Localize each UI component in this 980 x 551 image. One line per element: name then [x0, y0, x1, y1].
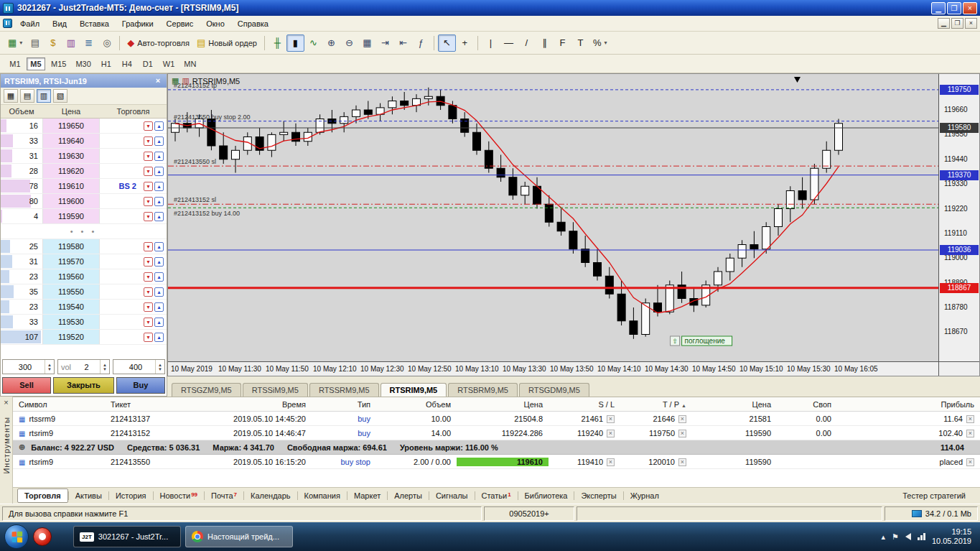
sell-at-price-button[interactable]: ▾ [144, 121, 153, 131]
taskbar-clock[interactable]: 19:15 10.05.2019 [932, 527, 976, 546]
close-position-button[interactable]: Закрыть [53, 377, 114, 394]
buy-at-price-button[interactable]: ▴ [154, 287, 164, 297]
trade-column-header[interactable]: S / L [549, 400, 620, 409]
dom-column-header[interactable]: Цена [42, 107, 100, 116]
chart-shift-button[interactable]: ⇤ [394, 34, 412, 52]
timeframe-h4[interactable]: H4 [118, 57, 136, 70]
trade-column-header[interactable]: Цена [457, 400, 549, 409]
volume-input[interactable]: vol 2 ▲▼ [57, 359, 110, 374]
dom-row[interactable]: 4119590▾▴ [1, 209, 167, 224]
new-chart-button[interactable]: ▦▾ [4, 34, 26, 52]
timeframe-m30[interactable]: M30 [72, 57, 94, 70]
position-row[interactable]: ▦rtssrm92124131372019.05.10 14:45:20buy1… [13, 412, 980, 426]
trade-column-header[interactable]: T / P▲ [620, 400, 692, 409]
bars-chart-button[interactable]: ╫ [269, 34, 286, 52]
buy-at-price-button[interactable]: ▴ [154, 167, 164, 176]
buy-at-price-button[interactable]: ▴ [154, 333, 164, 342]
trade-column-header[interactable]: Тип [312, 400, 376, 409]
zoom-out-button[interactable]: ⊖ [340, 34, 358, 52]
menu-item[interactable]: Файл [14, 17, 46, 30]
toolbox-tab-14[interactable]: Журнал [624, 489, 666, 502]
toolbox-tab-9[interactable]: Алерты [388, 489, 429, 502]
sell-at-price-button[interactable]: ▾ [144, 182, 153, 191]
remove-icon[interactable]: × [607, 430, 615, 437]
buy-at-price-button[interactable]: ▴ [154, 318, 164, 327]
dom-price-cell[interactable]: 119650 [42, 119, 100, 133]
candles-chart-button[interactable]: ▮ [286, 34, 304, 52]
order-row[interactable]: ▦rtsrim92124135502019.05.10 16:15:20buy … [13, 455, 980, 469]
toolbox-tab-5[interactable]: Почта7 [205, 489, 243, 502]
sell-at-price-button[interactable]: ▾ [144, 152, 153, 161]
menu-item[interactable]: Графики [116, 17, 160, 30]
candlestick-chart[interactable]: #212413152 tp#212413550 buy stop 2.00#21… [168, 74, 938, 361]
dom-column-header[interactable]: Торговля [100, 107, 167, 116]
dom-price-cell[interactable]: 119610 [42, 179, 100, 193]
toolbox-tab-12[interactable]: Библиотека [518, 489, 574, 502]
dom-row[interactable]: 28119620▾▴ [1, 164, 167, 179]
menu-item[interactable]: Вид [46, 17, 73, 30]
auto-scroll-button[interactable]: ⇥ [376, 34, 394, 52]
dom-price-cell[interactable]: 119540 [42, 300, 100, 314]
trade-column-header[interactable]: Прибыль [837, 400, 980, 409]
flag-icon[interactable]: ⚑ [892, 532, 899, 542]
timeframe-w1[interactable]: W1 [159, 57, 179, 70]
remove-icon[interactable]: × [607, 415, 615, 423]
data-folder-button[interactable]: ≣ [80, 34, 98, 52]
remove-icon[interactable]: × [966, 415, 974, 423]
dom-price-cell[interactable]: 119550 [42, 284, 100, 299]
menu-item[interactable]: Сервис [160, 17, 200, 30]
spinner-icon[interactable]: ▲▼ [100, 360, 109, 374]
buy-at-price-button[interactable]: ▴ [154, 302, 164, 312]
trade-column-header[interactable]: Своп [777, 400, 837, 409]
dom-chart-view-icon[interactable]: ▦ [4, 89, 18, 103]
dom-row[interactable]: 35119550▾▴ [1, 284, 167, 300]
buy-at-price-button[interactable]: ▴ [154, 212, 164, 221]
buy-at-price-button[interactable]: ▴ [154, 136, 164, 146]
chevron-up-icon[interactable]: ▴ [882, 532, 886, 542]
dom-row[interactable]: 23119560▾▴ [1, 269, 167, 284]
buy-volume-input[interactable]: 400 ▲▼ [113, 359, 165, 374]
target-button[interactable]: ◎ [98, 34, 116, 52]
dom-price-cell[interactable]: 119620 [42, 164, 100, 178]
spinner-icon[interactable]: ▲▼ [155, 360, 164, 374]
trade-column-header[interactable]: Тикет [105, 400, 190, 409]
dom-price-cell[interactable]: 119590 [42, 209, 100, 223]
chart-tab[interactable]: RTSSRM9,M5 [309, 383, 379, 397]
accounts-button[interactable]: $ [44, 34, 62, 52]
dom-price-cell[interactable]: 119560 [42, 269, 100, 284]
dom-row[interactable]: 33119530▾▴ [1, 315, 167, 330]
trade-column-header[interactable]: Время [190, 400, 312, 409]
sell-at-price-button[interactable]: ▾ [144, 136, 153, 146]
sell-volume-input[interactable]: 300 ▲▼ [2, 359, 55, 374]
dom-row[interactable]: 16119650▾▴ [1, 119, 167, 134]
buy-at-price-button[interactable]: ▴ [154, 152, 164, 161]
dom-price-cell[interactable]: 119580 [42, 239, 100, 254]
chart-tab[interactable]: RTSBRM9,M5 [448, 383, 518, 397]
menu-item[interactable]: Окно [200, 17, 231, 30]
menu-item[interactable]: Справка [231, 17, 275, 30]
sell-at-price-button[interactable]: ▾ [144, 272, 153, 282]
toolbox-tab-8[interactable]: Маркет [347, 489, 387, 502]
tile-windows-button[interactable]: ▦ [358, 34, 376, 52]
text-tool-button[interactable]: T [571, 34, 589, 52]
dom-price-cell[interactable]: 119640 [42, 134, 100, 148]
line-chart-button[interactable]: ∿ [304, 34, 322, 52]
buy-at-price-button[interactable]: ▴ [154, 182, 164, 191]
buy-at-price-button[interactable]: ▴ [154, 257, 164, 267]
toolbox-tab-3[interactable]: История [109, 489, 153, 502]
sell-at-price-button[interactable]: ▾ [144, 287, 153, 297]
autotrade-button[interactable]: ◆Авто-торговля [123, 34, 193, 52]
sell-at-price-button[interactable]: ▾ [144, 242, 153, 251]
dom-price-cell[interactable]: 119520 [42, 330, 100, 344]
position-row[interactable]: ▦rtsrim92124131522019.05.10 14:46:47buy1… [13, 426, 980, 440]
toolbox-tab-10[interactable]: Сигналы [429, 489, 475, 502]
taskbar-button-j2t[interactable]: J2T 3021267 - Just2Tr... [73, 526, 181, 547]
zoom-in-button[interactable]: ⊕ [322, 34, 340, 52]
crosshair-button[interactable]: + [456, 34, 474, 52]
dom-close-icon[interactable]: × [153, 76, 163, 86]
remove-icon[interactable]: × [678, 430, 686, 437]
sell-at-price-button[interactable]: ▾ [144, 302, 153, 312]
taskbar-button-chrome[interactable]: Настоящий трейд... [185, 526, 293, 547]
toolbox-tab-2[interactable]: Активы [69, 489, 108, 502]
buy-at-price-button[interactable]: ▴ [154, 272, 164, 282]
